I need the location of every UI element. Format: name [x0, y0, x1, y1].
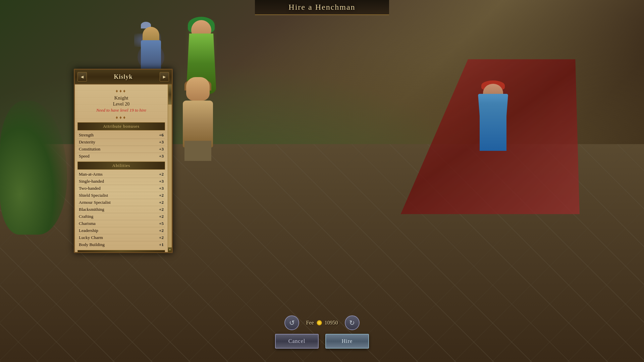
ability-row-shield-specialist: Shield Specialist +2 [77, 192, 165, 199]
ability-value-leadership: +2 [154, 228, 164, 233]
char-warrior-legs-right [198, 141, 211, 161]
fee-area: Fee 10950 [306, 320, 338, 326]
next-character-button[interactable]: ► [160, 72, 169, 81]
ability-row-crafting: Crafting +2 [77, 213, 165, 220]
ability-row-single-handed: Single-handed +3 [77, 178, 165, 185]
title-bar: Hire a Henchman [255, 0, 389, 15]
ability-row-charisma: Charisma +5 [77, 220, 165, 227]
ability-value-crafting: +2 [154, 214, 164, 219]
ability-name-two-handed: Two-handed [79, 186, 154, 191]
ability-name-blacksmithing: Blacksmithing [79, 207, 154, 212]
attr-value-speed: +3 [154, 154, 164, 159]
attr-row-dexterity: Dexterity +3 [77, 139, 165, 146]
ability-name-shield-specialist: Shield Specialist [79, 193, 154, 198]
ability-name-lucky-charm: Lucky Charm [79, 235, 154, 240]
attr-row-strength: Strength +6 [77, 132, 165, 139]
char-warrior-legs-left [184, 141, 198, 161]
attributes-list: Strength +6 Dexterity +3 Constitution +3… [77, 132, 165, 160]
ability-name-charisma: Charisma [79, 221, 154, 226]
ability-value-single-handed: +3 [154, 179, 164, 184]
attr-name-speed: Speed [79, 154, 154, 159]
attr-value-strength: +6 [154, 132, 164, 138]
page-title: Hire a Henchman [262, 3, 382, 12]
char-red [476, 84, 510, 158]
ability-value-charisma: +5 [154, 221, 164, 226]
talents-header: Talents [77, 250, 165, 252]
abilities-header: Abilities [77, 162, 165, 170]
character-name: Kislyk [87, 73, 160, 80]
fee-amount: 10950 [325, 320, 338, 326]
ability-value-lucky-charm: +2 [154, 235, 164, 240]
attr-row-constitution: Constitution +3 [77, 146, 165, 153]
attr-value-dexterity: +3 [154, 139, 164, 145]
ability-row-leadership: Leadership +2 [77, 227, 165, 234]
ability-value-blacksmithing: +2 [154, 207, 164, 212]
ability-name-crafting: Crafting [79, 214, 154, 219]
rotate-right-button[interactable]: ↻ [345, 315, 360, 330]
ability-row-armour-specialist: Armour Specialist +2 [77, 199, 165, 206]
stars-decoration-bottom: ♦♦♦ [77, 115, 165, 120]
ability-row-body-building: Body Building +1 [77, 241, 165, 248]
attr-name-constitution: Constitution [79, 146, 154, 152]
coin-icon [317, 320, 322, 325]
level-text: Level 20 [77, 102, 165, 107]
ability-name-armour-specialist: Armour Specialist [79, 200, 154, 205]
hire-button[interactable]: Hire [325, 334, 369, 349]
henchman-panel: ◄ Kislyk ► ▲ ▼ ♦♦♦ Knight Level 20 Need … [74, 69, 173, 253]
ability-value-armour-specialist: +2 [154, 200, 164, 205]
ability-row-man-at-arms: Man-at-Arms +2 [77, 171, 165, 178]
attr-value-constitution: +3 [154, 146, 164, 152]
fee-label: Fee [306, 320, 314, 326]
dialog-buttons: Cancel Hire [275, 334, 369, 349]
ability-name-body-building: Body Building [79, 242, 154, 247]
class-name: Knight [77, 95, 165, 101]
prev-character-button[interactable]: ◄ [77, 72, 87, 81]
character-container [117, 17, 527, 251]
ability-name-man-at-arms: Man-at-Arms [79, 172, 154, 177]
char-red-body [480, 104, 506, 151]
char-warrior-head [186, 77, 210, 101]
ability-value-two-handed: +3 [154, 186, 164, 191]
char-warrior-body [183, 101, 213, 147]
bottom-action-area: ↺ Fee 10950 ↻ [238, 315, 406, 330]
attribute-bonuses-header: Attribute bonuses [77, 122, 165, 130]
ability-row-lucky-charm: Lucky Charm +2 [77, 234, 165, 241]
attr-name-dexterity: Dexterity [79, 139, 154, 145]
attr-row-speed: Speed +3 [77, 153, 165, 160]
ability-value-shield-specialist: +2 [154, 193, 164, 198]
rotate-left-button[interactable]: ↺ [284, 315, 299, 330]
char-warrior [178, 77, 218, 161]
stars-decoration-top: ♦♦♦ [77, 88, 165, 94]
ability-value-man-at-arms: +2 [154, 172, 164, 177]
cancel-button[interactable]: Cancel [275, 334, 319, 349]
warning-text: Need to have level 19 to hire [77, 108, 165, 113]
ability-value-body-building: +1 [154, 242, 164, 247]
attr-name-strength: Strength [79, 132, 154, 138]
ability-name-leadership: Leadership [79, 228, 154, 233]
ability-row-two-handed: Two-handed +3 [77, 185, 165, 192]
ability-row-blacksmithing: Blacksmithing +2 [77, 206, 165, 213]
abilities-list: Man-at-Arms +2 Single-handed +3 Two-hand… [77, 171, 165, 248]
panel-header: ◄ Kislyk ► [75, 70, 172, 84]
panel-content: ♦♦♦ Knight Level 20 Need to have level 1… [75, 84, 172, 252]
ability-name-single-handed: Single-handed [79, 179, 154, 184]
